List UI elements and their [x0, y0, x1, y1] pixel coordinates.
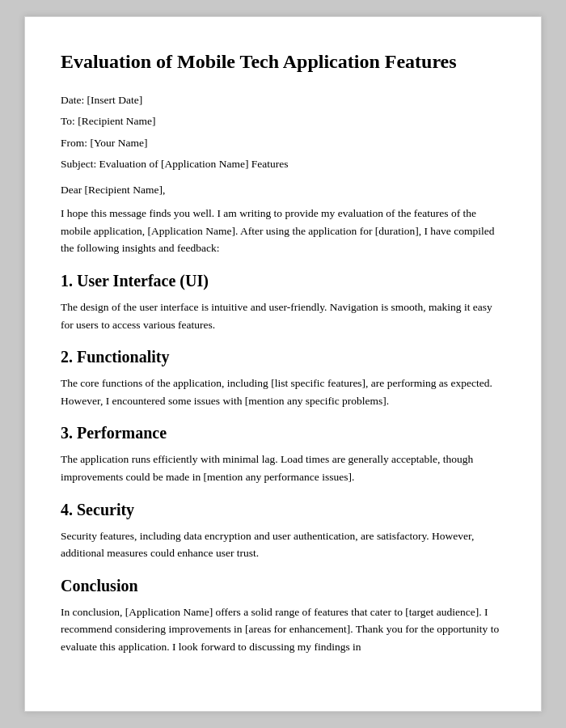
document-title: Evaluation of Mobile Tech Application Fe… [61, 49, 505, 74]
document-page: Evaluation of Mobile Tech Application Fe… [24, 16, 542, 712]
section-block: 3. PerformanceThe application runs effic… [61, 424, 505, 485]
section-para-1: The design of the user interface is intu… [61, 298, 505, 333]
meta-to: To: [Recipient Name] [61, 113, 505, 129]
section-heading-2: 2. Functionality [61, 348, 505, 366]
section-para-5: In conclusion, [Application Name] offers… [61, 603, 505, 656]
section-para-2: The core functions of the application, i… [61, 375, 505, 409]
section-block: 4. SecuritySecurity features, including … [61, 501, 505, 562]
section-block: 2. FunctionalityThe core functions of th… [61, 348, 505, 409]
section-heading-5: Conclusion [61, 577, 505, 595]
meta-subject: Subject: Evaluation of [Application Name… [61, 156, 505, 172]
section-heading-1: 1. User Interface (UI) [61, 272, 505, 290]
section-para-3: The application runs efficiently with mi… [61, 451, 505, 485]
greeting-line: Dear [Recipient Name], [61, 184, 505, 197]
intro-paragraph: I hope this message finds you well. I am… [61, 205, 505, 257]
section-heading-3: 3. Performance [61, 424, 505, 442]
sections-container: 1. User Interface (UI)The design of the … [61, 272, 505, 656]
section-heading-4: 4. Security [61, 501, 505, 519]
meta-from: From: [Your Name] [61, 135, 505, 151]
section-block: 1. User Interface (UI)The design of the … [61, 272, 505, 333]
meta-date: Date: [Insert Date] [61, 92, 505, 108]
section-para-4: Security features, including data encryp… [61, 527, 505, 562]
section-block: ConclusionIn conclusion, [Application Na… [61, 577, 505, 656]
